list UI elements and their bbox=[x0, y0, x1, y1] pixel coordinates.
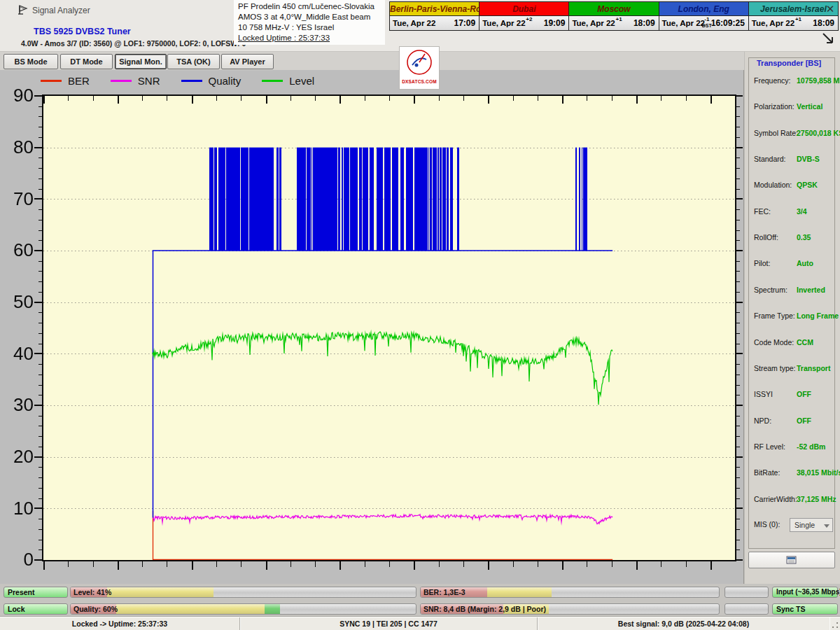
transponder-row-value: OFF bbox=[797, 416, 811, 425]
signal-monitor-chart bbox=[0, 88, 744, 584]
transponder-row: ISSYIOFF bbox=[749, 390, 836, 400]
window-title: Signal Analyzer bbox=[32, 6, 90, 15]
tab-signal-mon[interactable]: Signal Mon. bbox=[115, 54, 167, 69]
dxsatcs-logo-text: DXSATCS.COM bbox=[400, 79, 439, 84]
ts-monitor-button[interactable] bbox=[748, 552, 835, 568]
transponder-row-value: 27500,018 KS/s bbox=[797, 129, 840, 137]
quality-progress-bar: Quality: 60% bbox=[70, 603, 416, 615]
transponder-row: BitRate:38,015 Mbit/s bbox=[749, 468, 836, 478]
snr-swatch bbox=[111, 80, 132, 82]
statusbar-uptime: Locked -> Uptime: 25:37:33 bbox=[0, 617, 240, 630]
mis-label: MIS (0): bbox=[754, 520, 780, 528]
ber-swatch bbox=[41, 80, 62, 82]
clock-city-label: Dubai bbox=[479, 2, 568, 16]
progress-fill-segment bbox=[265, 604, 280, 614]
transponder-row-label: ISSYI bbox=[754, 390, 773, 398]
transponder-row-label: Standard: bbox=[754, 155, 786, 163]
clock-city-label: Moscow bbox=[569, 2, 658, 16]
transponder-row-label: Polarization: bbox=[754, 102, 794, 111]
world-clocks: Berlin-Paris-Vienna-Roma Tue, Apr 22 17:… bbox=[389, 1, 839, 31]
level-progress-bar: Level: 41% bbox=[70, 587, 416, 598]
transponder-row: Spectrum:Inverted bbox=[749, 286, 836, 295]
clock-utc-offset: +1 bbox=[615, 16, 622, 22]
transponder-row: Polarization:Vertical bbox=[749, 102, 836, 112]
transponder-title: Transponder [BS] bbox=[755, 59, 823, 67]
transponder-row-value: 0.35 bbox=[797, 233, 811, 241]
legend-item-ber: BER bbox=[41, 75, 90, 87]
tab-bs-mode[interactable]: BS Mode bbox=[4, 54, 58, 69]
clock-utc-offset: +1 bbox=[795, 16, 802, 22]
tuner-title: TBS 5925 DVBS2 Tuner bbox=[34, 27, 131, 36]
transponder-row: Pilot:Auto bbox=[749, 259, 836, 269]
transponder-row-value: Auto bbox=[797, 259, 813, 267]
transponder-row-label: Frequency: bbox=[754, 76, 791, 85]
clock-city-label: London, Eng bbox=[659, 2, 748, 16]
site-line-uptime: Locked Uptime : 25:37:33 bbox=[238, 33, 381, 43]
transponder-row-value: 10759,858 MHz bbox=[797, 76, 840, 85]
progress-fill-segment bbox=[116, 604, 265, 614]
tab-tsa[interactable]: TSA (OK) bbox=[167, 54, 220, 69]
transponder-row-value: DVB-S bbox=[797, 155, 820, 163]
input-rate-badge: Input (~36,35 Mbps) bbox=[772, 587, 838, 598]
ts-monitor-icon bbox=[786, 556, 797, 565]
bar-stub bbox=[724, 603, 769, 615]
clock-dubai: Dubai Tue, Apr 22 +2 19:09 bbox=[479, 2, 569, 30]
transponder-row: Standard:DVB-S bbox=[749, 155, 836, 164]
sync-ts-badge: Sync TS bbox=[772, 603, 838, 615]
clock-time: 18:09 bbox=[634, 18, 659, 28]
mode-tabs: BS Mode DT Mode Signal Mon. TSA (OK) AV … bbox=[0, 52, 744, 70]
transponder-row-value: Vertical bbox=[797, 102, 822, 111]
transponder-row-value: Long Frame bbox=[797, 312, 839, 320]
transponder-row-label: Code Mode: bbox=[754, 338, 794, 346]
transponder-row: Modulation:QPSK bbox=[749, 181, 836, 190]
quality-progress-label: Quality: 60% bbox=[74, 605, 118, 613]
resize-grip[interactable] bbox=[832, 622, 839, 629]
transponder-row: RollOff:0.35 bbox=[749, 233, 836, 243]
transponder-row: Frequency:10759,858 MHz bbox=[749, 76, 836, 86]
dxsatcs-logo: DXSATCS.COM bbox=[399, 46, 440, 90]
statusbar-sync-counters: SYNC 19 | TEI 205 | CC 1477 bbox=[240, 617, 538, 630]
transponder-row-value: CCM bbox=[797, 338, 813, 346]
clock-time: 19:09 bbox=[544, 18, 569, 28]
legend-item-level: Level bbox=[262, 75, 314, 87]
transponder-row: Frame Type:Long Frame bbox=[749, 312, 836, 321]
tab-dt-mode[interactable]: DT Mode bbox=[60, 54, 113, 69]
clock-utc-offset: -1DST bbox=[702, 16, 712, 29]
snr-progress-bar: SNR: 8,4 dB (Margin: 2,9 dB | Poor) bbox=[420, 603, 720, 615]
transponder-row: CarrierWidth:37,125 MHz bbox=[749, 495, 836, 505]
mis-dropdown[interactable]: Single bbox=[790, 518, 833, 532]
transponder-row-label: FEC: bbox=[754, 207, 771, 216]
level-progress-label: Level: 41% bbox=[74, 588, 111, 596]
tab-av-player[interactable]: AV Player bbox=[221, 54, 274, 69]
present-badge: Present bbox=[4, 587, 68, 598]
chevron-down-icon bbox=[824, 524, 830, 528]
transponder-row: Code Mode:CCM bbox=[749, 338, 836, 348]
clock-city-label: Berlin-Paris-Vienna-Roma bbox=[390, 2, 479, 16]
quality-swatch bbox=[181, 80, 202, 82]
transponder-row-label: Modulation: bbox=[754, 181, 792, 189]
mis-selected-value: Single bbox=[794, 521, 815, 529]
clock-berlin: Berlin-Paris-Vienna-Roma Tue, Apr 22 17:… bbox=[390, 2, 479, 30]
transponder-row-value: 37,125 MHz bbox=[797, 495, 836, 503]
transponder-row-label: Symbol Rate: bbox=[754, 129, 798, 137]
clock-date: Tue, Apr 22 bbox=[749, 19, 794, 27]
transponder-row-label: NPD: bbox=[754, 416, 771, 425]
transponder-row-value: OFF bbox=[797, 390, 811, 398]
transponder-row: NPD:OFF bbox=[749, 416, 836, 426]
transponder-row-value: -52 dBm bbox=[797, 442, 825, 451]
bar-stub bbox=[724, 587, 769, 598]
transponder-row-label: Stream type: bbox=[754, 364, 796, 372]
site-line-3: 10 758 MHz-V : YES Israel bbox=[238, 22, 381, 33]
transponder-groupbox: Transponder [BS] Frequency:10759,858 MHz… bbox=[748, 57, 835, 549]
transponder-panel: Transponder [BS] Frequency:10759,858 MHz… bbox=[745, 52, 840, 616]
site-info-card: PF Prodelin 450 cm/Lučenec-Slovakia AMOS… bbox=[234, 0, 385, 45]
snr-progress-label: SNR: 8,4 dB (Margin: 2,9 dB | Poor) bbox=[424, 605, 546, 613]
close-icon[interactable]: ✕ bbox=[823, 3, 837, 15]
transponder-row: Symbol Rate:27500,018 KS/s bbox=[749, 129, 836, 139]
chart-legend: BER SNR Quality Level bbox=[41, 74, 314, 88]
transponder-row-label: Pilot: bbox=[754, 259, 770, 267]
diagonal-arrow-icon[interactable] bbox=[820, 31, 836, 46]
statusbar-best-signal: Best signal: 9,0 dB (2025-04-22 04:08) bbox=[538, 617, 830, 630]
progress-fill-segment bbox=[487, 587, 552, 597]
clock-time: 16:09:25 bbox=[711, 18, 748, 28]
